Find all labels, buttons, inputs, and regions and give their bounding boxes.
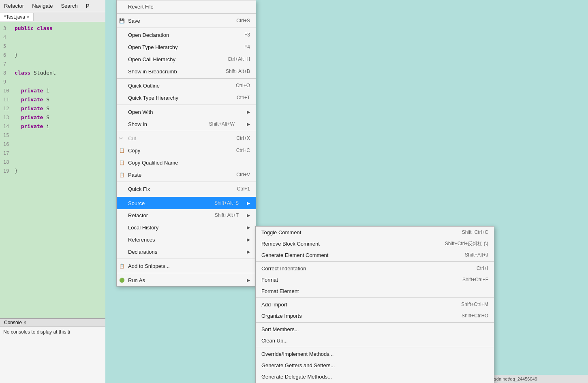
ctx-divider <box>117 196 256 196</box>
code-line: 19 } <box>3 167 102 175</box>
ctx-copy-qualified-name[interactable]: 📋 Copy Qualified Name <box>117 156 256 169</box>
tab-bar: *Test.java × <box>0 12 105 22</box>
context-menu: Revert File 💾 Save Ctrl+S Open Declarati… <box>116 0 256 287</box>
sub-add-import[interactable]: Add Import Shift+Ctrl+M <box>256 299 494 310</box>
sub-divider <box>256 322 494 323</box>
arrow-icon: ▶ <box>247 249 250 255</box>
code-line: 17 <box>3 149 102 158</box>
sub-sort-members[interactable]: Sort Members... <box>256 323 494 335</box>
sub-generate-getters-setters[interactable]: Generate Getters and Setters... <box>256 359 494 371</box>
sub-organize-imports[interactable]: Organize Imports Shift+Ctrl+O <box>256 310 494 321</box>
menu-search[interactable]: Search <box>57 1 81 11</box>
arrow-icon: ▶ <box>247 109 250 115</box>
copy-qualified-icon: 📋 <box>119 160 125 165</box>
menu-navigate[interactable]: Navigate <box>28 1 57 11</box>
sub-divider <box>256 347 494 347</box>
paste-icon: 📋 <box>119 172 125 178</box>
ctx-divider <box>117 273 256 273</box>
menu-p[interactable]: P <box>82 1 94 11</box>
sub-divider <box>256 261 494 262</box>
source-submenu: Toggle Comment Shift+Ctrl+C Remove Block… <box>255 226 494 383</box>
sub-divider <box>256 297 494 298</box>
code-line: 11 private S <box>3 95 102 104</box>
ctx-show-in[interactable]: Show In Shift+Alt+W ▶ <box>117 118 256 130</box>
ctx-show-in-breadcrumb[interactable]: Show in Breadcrumb Shift+Alt+B <box>117 65 256 77</box>
code-line: 6 } <box>3 51 102 60</box>
code-line: 14 private i <box>3 122 102 131</box>
code-editor[interactable]: 3 public class 4 5 6 } 7 8 class Student… <box>0 22 105 318</box>
console-panel: Console × No consoles to display at this… <box>0 318 105 383</box>
sub-format[interactable]: Format Shift+Ctrl+F <box>256 274 494 285</box>
sub-correct-indentation[interactable]: Correct Indentation Ctrl+I <box>256 263 494 274</box>
sub-clean-up[interactable]: Clean Up... <box>256 335 494 346</box>
console-tab[interactable]: Console × <box>0 319 105 327</box>
tab-close-icon[interactable]: × <box>27 15 29 19</box>
code-line: 3 public class <box>3 24 102 33</box>
ctx-refactor[interactable]: Refactor Shift+Alt+T ▶ <box>117 209 256 221</box>
code-line: 12 private S <box>3 104 102 113</box>
sub-generate-delegate-methods[interactable]: Generate Delegate Methods... <box>256 371 494 382</box>
code-line: 13 private S <box>3 113 102 122</box>
run-icon: 🟢 <box>119 278 125 283</box>
ctx-quick-outline[interactable]: Quick Outline Ctrl+O <box>117 79 256 92</box>
tab-label: *Test.java <box>4 14 25 20</box>
arrow-icon: ▶ <box>247 278 250 283</box>
console-tab-close[interactable]: × <box>24 320 26 325</box>
ctx-divider <box>117 13 256 14</box>
arrow-icon: ▶ <box>247 201 250 206</box>
code-line: 8 class Student <box>3 68 102 77</box>
code-line: 4 <box>3 33 102 42</box>
ctx-declarations[interactable]: Declarations ▶ <box>117 246 256 258</box>
ctx-open-type-hierarchy[interactable]: Open Type Hierarchy F4 <box>117 41 256 53</box>
ctx-add-to-snippets[interactable]: 📋 Add to Snippets... <box>117 260 256 272</box>
code-line: 15 <box>3 131 102 140</box>
ctx-divider <box>117 28 256 28</box>
arrow-icon: ▶ <box>247 122 250 127</box>
menu-refactor[interactable]: Refactor <box>0 1 28 11</box>
code-line: 18 <box>3 158 102 167</box>
sub-override-implement[interactable]: Override/Implement Methods... <box>256 348 494 359</box>
console-tab-label: Console <box>4 320 22 325</box>
code-line: 16 <box>3 140 102 149</box>
code-line: 5 <box>3 42 102 51</box>
ctx-references[interactable]: References ▶ <box>117 233 256 246</box>
ctx-open-call-hierarchy[interactable]: Open Call Hierarchy Ctrl+Alt+H <box>117 53 256 65</box>
ctx-source[interactable]: Source Shift+Alt+S ▶ <box>117 197 256 209</box>
ctx-copy[interactable]: 📋 Copy Ctrl+C <box>117 144 256 156</box>
editor-tab[interactable]: *Test.java × <box>0 13 34 21</box>
ctx-local-history[interactable]: Local History ▶ <box>117 221 256 233</box>
ctx-quick-fix[interactable]: Quick Fix Ctrl+1 <box>117 183 256 195</box>
ctx-open-with[interactable]: Open With ▶ <box>117 106 256 118</box>
ctx-quick-type-hierarchy[interactable]: Quick Type Hierarchy Ctrl+T <box>117 92 256 104</box>
copy-icon: 📋 <box>119 148 125 153</box>
arrow-icon: ▶ <box>247 213 250 218</box>
code-line: 10 private i <box>3 86 102 95</box>
menu-bar: Refactor Navigate Search P <box>0 0 105 12</box>
snippet-icon: 📋 <box>119 263 125 269</box>
sub-remove-block-comment[interactable]: Remove Block Comment Shift+Ctrl+反斜杠 (\) <box>256 238 494 249</box>
ctx-revert-file[interactable]: Revert File <box>117 0 256 13</box>
ctx-divider <box>117 78 256 79</box>
arrow-icon: ▶ <box>247 225 250 230</box>
sub-generate-element-comment[interactable]: Generate Element Comment Shift+Alt+J <box>256 249 494 261</box>
ctx-cut[interactable]: ✂ Cut Ctrl+X <box>117 132 256 144</box>
sub-toggle-comment[interactable]: Toggle Comment Shift+Ctrl+C <box>256 227 494 238</box>
console-content: No consoles to display at this ti <box>0 327 105 337</box>
ctx-paste[interactable]: 📋 Paste Ctrl+V <box>117 169 256 181</box>
sub-format-element[interactable]: Format Element <box>256 285 494 297</box>
ctx-run-as[interactable]: 🟢 Run As ▶ <box>117 274 256 286</box>
cut-icon: ✂ <box>119 136 123 141</box>
ctx-divider <box>117 259 256 259</box>
ctx-open-declaration[interactable]: Open Declaration F3 <box>117 29 256 41</box>
ctx-divider <box>117 182 256 182</box>
save-icon: 💾 <box>119 18 125 24</box>
arrow-icon: ▶ <box>247 237 250 242</box>
ctx-divider <box>117 131 256 131</box>
ctx-divider <box>117 105 256 105</box>
ctx-save[interactable]: 💾 Save Ctrl+S <box>117 15 256 27</box>
code-line: 9 <box>3 77 102 86</box>
code-line: 7 <box>3 60 102 68</box>
